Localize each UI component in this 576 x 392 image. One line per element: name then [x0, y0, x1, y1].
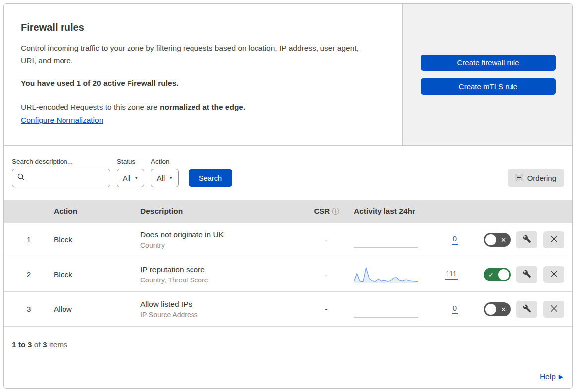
column-description: Description — [140, 207, 304, 216]
chevron-down-icon: ▼ — [134, 176, 138, 180]
wrench-icon — [523, 270, 531, 280]
ordering-button[interactable]: Ordering — [508, 169, 564, 187]
rule-action: Block — [54, 235, 140, 244]
action-filter-label: Action — [151, 158, 179, 165]
rule-priority: 2 — [4, 270, 54, 279]
status-filter-select[interactable]: All ▼ — [117, 169, 144, 187]
actions-panel: Create firewall rule Create mTLS rule — [403, 4, 572, 145]
page-description: Control incoming traffic to your zone by… — [21, 42, 376, 67]
rule-csr-value: - — [304, 235, 349, 244]
wrench-icon — [523, 304, 531, 314]
rule-enabled-toggle[interactable]: ✓ ✕ — [484, 233, 511, 247]
search-input-box[interactable] — [12, 169, 110, 187]
activity-count-link[interactable]: 111 — [445, 269, 458, 280]
cross-icon: ✕ — [501, 306, 506, 312]
rule-controls: ✓ ✕ — [475, 301, 572, 318]
search-field-label: Search description... — [12, 158, 110, 165]
activity-sparkline — [354, 266, 418, 283]
help-bar: Help ▶ — [4, 365, 572, 388]
delete-rule-button[interactable] — [543, 231, 564, 248]
rule-action: Block — [54, 270, 140, 279]
summary-items: items — [49, 340, 67, 349]
activity-sparkline — [354, 231, 418, 249]
rule-description-cell: Does not originate in UK Country — [140, 230, 304, 249]
rule-csr-value: - — [304, 305, 349, 314]
delete-rule-button[interactable] — [543, 266, 564, 283]
summary-total: 3 — [43, 340, 47, 349]
rule-activity-cell: 0 — [349, 300, 475, 318]
toggle-knob — [485, 234, 496, 245]
rule-description-cell: Allow listed IPs IP Source Address — [140, 300, 304, 319]
chevron-down-icon: ▼ — [169, 176, 173, 180]
ordering-button-label: Ordering — [527, 174, 556, 182]
table-body: 1 Block Does not originate in UK Country… — [4, 223, 572, 327]
action-filter-select[interactable]: All ▼ — [151, 169, 179, 187]
rule-priority: 3 — [4, 305, 54, 314]
pagination-summary: 1 to 3 of 3 items — [4, 327, 572, 362]
column-activity: Activity last 24hr — [349, 207, 475, 216]
toggle-knob — [485, 304, 496, 315]
edit-rule-button[interactable] — [516, 266, 537, 283]
search-button[interactable]: Search — [189, 169, 232, 187]
rule-action: Allow — [54, 305, 140, 314]
close-icon — [550, 270, 558, 279]
activity-sparkline — [354, 300, 418, 318]
rule-description-cell: IP reputation score Country, Threat Scor… — [140, 265, 304, 284]
toggle-knob — [498, 269, 509, 280]
rule-priority: 1 — [4, 235, 54, 244]
cross-icon: ✕ — [501, 236, 506, 243]
search-icon — [17, 173, 25, 183]
activity-count-link[interactable]: 0 — [452, 304, 458, 314]
rule-controls: ✓ ✕ — [475, 231, 572, 248]
status-filter-label: Status — [117, 158, 144, 165]
configure-normalization-link[interactable]: Configure Normalization — [21, 116, 103, 124]
page-title: Firewall rules — [21, 22, 385, 33]
create-mtls-rule-button[interactable]: Create mTLS rule — [421, 78, 556, 95]
rule-activity-cell: 0 — [349, 231, 475, 249]
rule-description: Allow listed IPs — [140, 300, 304, 309]
normalization-bold: normalized at the edge. — [160, 103, 245, 111]
usage-note: You have used 1 of 20 active Firewall ru… — [21, 79, 385, 88]
edit-rule-button[interactable] — [516, 301, 537, 318]
table-row: 1 Block Does not originate in UK Country… — [4, 223, 572, 257]
rule-criteria: Country — [140, 241, 304, 249]
rule-controls: ✓ ✕ — [475, 266, 572, 283]
rule-criteria: Country, Threat Score — [140, 276, 304, 284]
action-filter-value: All — [157, 174, 165, 182]
help-link[interactable]: Help ▶ — [540, 372, 563, 381]
rule-description: IP reputation score — [140, 265, 304, 274]
rule-description: Does not originate in UK — [140, 230, 304, 239]
info-icon[interactable]: ⓘ — [332, 207, 339, 215]
status-filter-value: All — [123, 174, 130, 182]
rule-activity-cell: 111 — [349, 266, 475, 283]
status-filter-group: Status All ▼ — [117, 158, 144, 187]
normalization-note: URL-encoded Requests to this zone are no… — [21, 103, 385, 112]
help-arrow-icon: ▶ — [559, 373, 563, 380]
help-link-label: Help — [540, 372, 556, 381]
column-csr: CSR ⓘ — [304, 207, 349, 216]
close-icon — [550, 235, 558, 244]
summary-of: of — [34, 340, 41, 349]
check-icon: ✓ — [488, 271, 494, 278]
ordering-icon — [515, 173, 523, 183]
action-filter-group: Action All ▼ — [151, 158, 179, 187]
rule-csr-value: - — [304, 270, 349, 279]
search-input[interactable] — [28, 174, 105, 183]
table-header: Action Description CSR ⓘ Activity last 2… — [4, 200, 572, 223]
column-action: Action — [54, 207, 140, 216]
activity-count-link[interactable]: 0 — [452, 234, 458, 245]
rule-enabled-toggle[interactable]: ✓ ✕ — [484, 268, 511, 281]
normalization-text: URL-encoded Requests to this zone are — [21, 103, 160, 111]
delete-rule-button[interactable] — [543, 301, 564, 318]
close-icon — [550, 305, 558, 314]
filter-bar: Search description... Status All ▼ Actio… — [4, 146, 572, 200]
search-field-group: Search description... — [12, 158, 110, 187]
firewall-rules-page: Firewall rules Control incoming traffic … — [3, 3, 573, 389]
intro-panel: Firewall rules Control incoming traffic … — [4, 4, 403, 145]
table-row: 2 Block IP reputation score Country, Thr… — [4, 257, 572, 292]
create-firewall-rule-button[interactable]: Create firewall rule — [421, 55, 556, 71]
edit-rule-button[interactable] — [516, 231, 537, 248]
table-row: 3 Allow Allow listed IPs IP Source Addre… — [4, 292, 572, 327]
summary-range: 1 to 3 — [12, 340, 32, 349]
rule-enabled-toggle[interactable]: ✓ ✕ — [484, 302, 511, 316]
